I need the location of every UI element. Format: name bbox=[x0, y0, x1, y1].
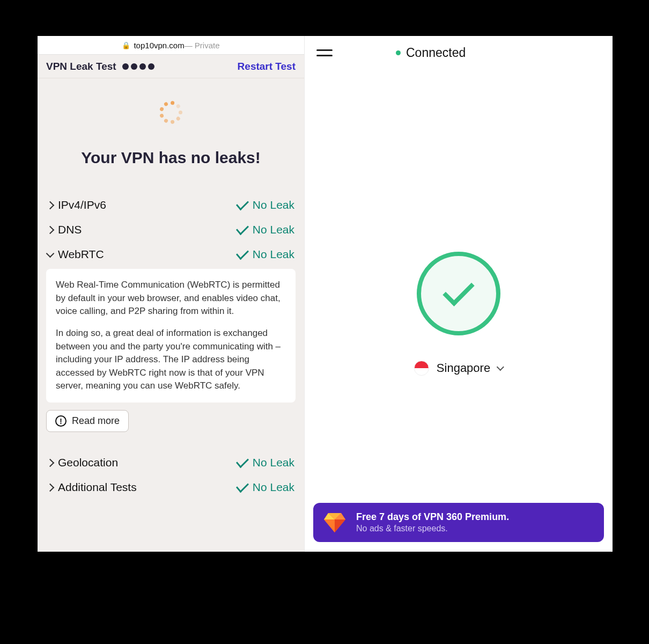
read-more-button[interactable]: ! Read more bbox=[46, 410, 129, 432]
vpn-app-pane: Connected Singapore bbox=[304, 36, 613, 552]
detail-paragraph: Web Real-Time Communication (WebRTC) is … bbox=[56, 279, 286, 318]
result-row-additional[interactable]: Additional Tests No Leak bbox=[46, 475, 296, 500]
connected-indicator[interactable] bbox=[417, 252, 500, 335]
chevron-right-icon bbox=[46, 459, 55, 467]
check-icon bbox=[236, 221, 249, 235]
result-row-geolocation[interactable]: Geolocation No Leak bbox=[46, 450, 296, 475]
read-more-label: Read more bbox=[72, 415, 120, 427]
flag-singapore-icon bbox=[414, 361, 429, 376]
premium-promo-banner[interactable]: Free 7 days of VPN 360 Premium. No ads &… bbox=[313, 503, 604, 542]
progress-dots-icon bbox=[122, 63, 154, 70]
result-label: IPv4/IPv6 bbox=[58, 199, 106, 211]
result-label: DNS bbox=[58, 223, 82, 236]
restart-test-link[interactable]: Restart Test bbox=[238, 61, 296, 72]
result-label: Additional Tests bbox=[58, 481, 137, 494]
result-row-dns[interactable]: DNS No Leak bbox=[46, 217, 296, 242]
connection-label: Connected bbox=[406, 46, 466, 60]
promo-title: Free 7 days of VPN 360 Premium. bbox=[356, 511, 509, 523]
connection-status: Connected bbox=[396, 46, 466, 60]
status-badge: No Leak bbox=[237, 481, 294, 494]
result-hero: Your VPN has no leaks! bbox=[46, 149, 296, 167]
chevron-right-icon bbox=[46, 484, 55, 492]
check-icon bbox=[236, 479, 249, 493]
chevron-right-icon bbox=[46, 201, 55, 210]
status-badge: No Leak bbox=[237, 223, 294, 236]
url-domain: top10vpn.com bbox=[134, 41, 184, 50]
gem-icon bbox=[324, 513, 345, 532]
webrtc-detail-card: Web Real-Time Communication (WebRTC) is … bbox=[46, 269, 296, 402]
loading-spinner-icon bbox=[159, 100, 183, 125]
browser-pane: 🔒 top10vpn.com — Private VPN Leak Test R… bbox=[38, 36, 304, 552]
address-bar[interactable]: 🔒 top10vpn.com — Private bbox=[38, 36, 304, 55]
location-selector[interactable]: Singapore bbox=[414, 361, 503, 376]
leak-test-title: VPN Leak Test bbox=[46, 61, 116, 72]
info-icon: ! bbox=[55, 415, 67, 427]
check-icon bbox=[236, 246, 249, 260]
status-badge: No Leak bbox=[237, 456, 294, 469]
check-icon bbox=[236, 196, 249, 210]
result-label: Geolocation bbox=[58, 456, 118, 469]
check-icon bbox=[442, 274, 474, 306]
menu-icon[interactable] bbox=[316, 49, 333, 56]
svg-marker-5 bbox=[335, 519, 345, 532]
svg-marker-4 bbox=[324, 519, 335, 532]
leak-test-header: VPN Leak Test Restart Test bbox=[38, 55, 304, 78]
promo-subtitle: No ads & faster speeds. bbox=[356, 524, 509, 533]
location-label: Singapore bbox=[437, 361, 490, 375]
detail-paragraph: In doing so, a great deal of information… bbox=[56, 327, 286, 393]
result-label: WebRTC bbox=[58, 248, 104, 261]
status-dot-icon bbox=[396, 50, 401, 55]
result-row-webrtc[interactable]: WebRTC No Leak bbox=[46, 242, 296, 267]
check-icon bbox=[236, 454, 249, 468]
chevron-right-icon bbox=[46, 226, 55, 235]
chevron-down-icon bbox=[497, 363, 504, 371]
status-badge: No Leak bbox=[237, 199, 294, 211]
lock-icon: 🔒 bbox=[122, 41, 130, 49]
status-badge: No Leak bbox=[237, 248, 294, 261]
vpn-header: Connected bbox=[305, 36, 613, 69]
results-scroll[interactable]: Your VPN has no leaks! IPv4/IPv6 No Leak… bbox=[38, 78, 304, 552]
private-label: — Private bbox=[185, 41, 220, 50]
result-row-ipv4[interactable]: IPv4/IPv6 No Leak bbox=[46, 193, 296, 217]
chevron-down-icon bbox=[46, 249, 55, 258]
